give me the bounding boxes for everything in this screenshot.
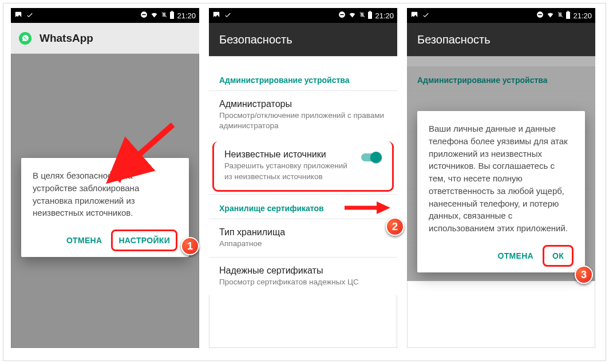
row-subtitle: Просмотр/отключение приложений с правами… [219, 110, 387, 131]
section-credential-storage: Хранилище сертификатов [209, 194, 397, 219]
unknown-sources-row[interactable]: Неизвестные источники Разрешить установк… [212, 141, 394, 191]
clock-label: 21:20 [573, 11, 592, 20]
page-title: Безопасность [219, 33, 292, 46]
install-blocked-dialog: В целях безопасности на устройстве забло… [21, 158, 189, 257]
status-bar: 21:20 [407, 8, 595, 23]
unknown-sources-warning-dialog: Ваши личные данные и данные телефона бол… [417, 111, 585, 272]
phone-screen-3: 21:20 Безопасность Администрирование уст… [407, 8, 595, 348]
settings-button[interactable]: НАСТРОЙКИ [111, 230, 177, 251]
battery-icon [367, 11, 373, 21]
step-badge-1: 1 [181, 237, 199, 255]
storage-type-row[interactable]: Тип хранилища Аппаратное [209, 219, 397, 257]
section-device-admin: Администрирование устройства [209, 66, 397, 90]
trusted-certs-row[interactable]: Надежные сертификаты Просмотр сертификат… [209, 257, 397, 295]
svg-rect-9 [539, 14, 543, 15]
battery-icon [566, 11, 571, 21]
row-subtitle: Разрешить установку приложений из неизве… [224, 161, 355, 181]
security-appbar: Безопасность [407, 23, 595, 56]
svg-rect-10 [566, 11, 570, 19]
no-sim-icon [359, 11, 365, 20]
cancel-button[interactable]: ОТМЕНА [492, 245, 539, 267]
picture-icon [410, 11, 418, 21]
wifi-icon [150, 11, 159, 20]
row-title: Тип хранилища [219, 227, 387, 238]
wifi-icon [546, 11, 555, 20]
row-subtitle: Просмотр сертификатов надежных ЦС [219, 277, 387, 287]
svg-rect-7 [370, 11, 371, 11]
svg-rect-5 [341, 14, 345, 15]
no-sim-icon [557, 11, 563, 20]
app-title: WhatsApp [39, 32, 93, 45]
dnd-icon [140, 11, 148, 20]
device-administrators-row[interactable]: Администраторы Просмотр/отключение прило… [209, 90, 397, 139]
row-title: Неизвестные источники [224, 149, 355, 160]
check-icon [422, 11, 430, 21]
svg-rect-1 [143, 14, 147, 15]
wifi-icon [348, 11, 357, 20]
row-subtitle: Аппаратное [219, 239, 387, 249]
row-title: Администраторы [219, 99, 387, 109]
phone-screen-1: 21:20 WhatsApp В целях безопасности на у… [11, 8, 199, 348]
section-device-admin: Администрирование устройства [407, 66, 595, 90]
partial-row [209, 56, 397, 66]
step-badge-3: 3 [575, 266, 593, 284]
security-appbar: Безопасность [209, 23, 397, 56]
security-settings-list[interactable]: Администрирование устройства Администрат… [209, 56, 397, 295]
no-sim-icon [161, 11, 167, 20]
clock-label: 21:20 [177, 11, 196, 20]
status-bar: 21:20 [11, 8, 199, 23]
clock-label: 21:20 [375, 11, 394, 20]
row-title: Надежные сертификаты [219, 266, 387, 276]
status-bar: 21:20 [209, 8, 397, 23]
dnd-icon [338, 11, 346, 20]
unknown-sources-toggle[interactable] [361, 152, 382, 163]
check-icon [26, 11, 34, 21]
svg-rect-6 [368, 11, 372, 19]
cancel-button[interactable]: ОТМЕНА [61, 230, 108, 251]
whatsapp-icon [19, 32, 31, 45]
picture-icon [14, 11, 22, 21]
battery-icon [169, 11, 175, 21]
step-badge-2: 2 [386, 217, 404, 236]
whatsapp-appbar: WhatsApp [11, 23, 199, 54]
phone-screen-2: 21:20 Безопасность Администрирование уст… [209, 8, 397, 348]
svg-rect-2 [170, 11, 174, 19]
dialog-message: Ваши личные данные и данные телефона бол… [429, 122, 574, 235]
dnd-icon [536, 11, 544, 20]
partial-row [407, 56, 595, 66]
svg-rect-3 [172, 11, 173, 11]
svg-rect-11 [568, 11, 570, 11]
dialog-message: В целях безопасности на устройстве забло… [33, 169, 177, 219]
page-title: Безопасность [417, 33, 491, 46]
ok-button[interactable]: ОК [543, 245, 574, 267]
picture-icon [212, 11, 220, 21]
check-icon [224, 11, 232, 21]
